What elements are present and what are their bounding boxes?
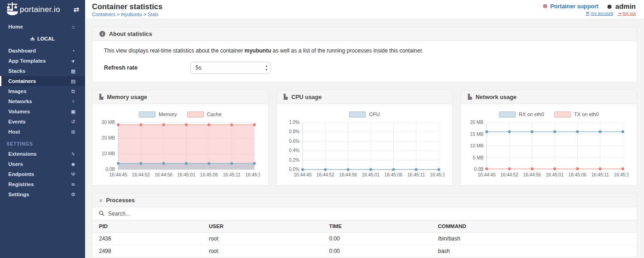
portainer-logo-icon	[6, 2, 19, 18]
sidebar-item-stacks[interactable]: Stacks▦	[0, 66, 85, 76]
page-title: Container statistics	[92, 2, 162, 11]
table-cell: 2498	[92, 245, 202, 258]
svg-text:16:44:52: 16:44:52	[500, 172, 518, 177]
svg-text:16:44:45: 16:44:45	[109, 172, 127, 177]
portainer-support-link[interactable]: ☸ Portainer support	[542, 3, 598, 10]
table-row: 2436root0:00/bin/bash	[92, 233, 637, 245]
processes-panel-title: Processes	[106, 197, 135, 204]
processes-panel: ≡ Processes PIDUSERTIMECOMMAND 2436root0…	[92, 193, 637, 258]
svg-text:30 MB: 30 MB	[102, 120, 115, 125]
network-panel-header: ▙ Network usage	[461, 90, 637, 104]
breadcrumb-separator: >	[115, 12, 121, 17]
sidebar-item-endpoints[interactable]: EndpointsΨ	[0, 169, 85, 179]
select-caret-icon: ▴▾	[265, 64, 267, 71]
endpoint-swap-icon[interactable]: ⇄	[73, 6, 79, 14]
svg-text:10 MB: 10 MB	[102, 151, 115, 156]
endpoints-icon: Ψ	[69, 171, 77, 177]
table-cell: 0:00	[322, 233, 431, 245]
my-account-link[interactable]: ⚒ my account	[586, 11, 613, 16]
about-text: This view displays real-time statistics …	[104, 47, 625, 54]
life-ring-icon: ☸	[542, 3, 548, 10]
svg-text:0.8%: 0.8%	[289, 129, 299, 134]
svg-text:0.0B: 0.0B	[105, 167, 115, 172]
svg-text:15 MB: 15 MB	[470, 132, 483, 137]
network-usage-svg: 20 MB15 MB10 MB5 MB0.0B16:44:4516:44:521…	[466, 119, 628, 182]
main-area: Container statistics Containers > myubun…	[85, 0, 644, 258]
search-row	[92, 207, 637, 220]
table-cell: bash	[431, 245, 637, 258]
host-icon: ⊞	[69, 129, 77, 135]
sidebar-item-events[interactable]: Events↺	[0, 117, 85, 127]
svg-text:0.0%: 0.0%	[289, 167, 299, 172]
memory-usage-chart: MemoryCache 30 MB20 MB10 MB0.0B16:44:451…	[92, 104, 268, 185]
registries-icon: ≋	[69, 182, 77, 188]
breadcrumb-link-containers[interactable]: Containers	[92, 12, 115, 17]
svg-text:0.4%: 0.4%	[289, 148, 299, 153]
table-cell: 0:00	[322, 245, 431, 258]
brand-name: portainer.io	[20, 5, 60, 14]
refresh-rate-select[interactable]: 5s ▴▾	[190, 62, 271, 74]
svg-text:16:45:11: 16:45:11	[592, 172, 610, 177]
volumes-icon: ▣	[69, 109, 77, 115]
svg-text:16:45:06: 16:45:06	[569, 172, 586, 177]
cpu-usage-chart: CPU 1.0%0.8%0.6%0.4%0.2%0.0%16:44:4516:4…	[277, 104, 453, 185]
cpu-chart-legend: CPU	[282, 110, 448, 119]
sidebar-item-users[interactable]: Users☻	[0, 159, 85, 169]
svg-text:16:44:45: 16:44:45	[478, 172, 496, 177]
app-root: portainer.io ⇄ Home⌂ΨLOCALDashboard◔App …	[0, 0, 644, 258]
area-chart-icon: ▙	[468, 94, 472, 100]
table-cell: 2436	[92, 233, 202, 245]
sidebar-item-host[interactable]: Host⊞	[0, 127, 85, 137]
sidebar-nav: Home⌂ΨLOCALDashboard◔App Templates➤Stack…	[0, 19, 85, 199]
svg-text:16:45:01: 16:45:01	[178, 172, 196, 177]
column-header-command: COMMAND	[431, 220, 637, 233]
search-input[interactable]	[108, 211, 630, 217]
svg-text:16:45:11: 16:45:11	[223, 172, 241, 177]
containers-icon: ▤	[69, 78, 77, 84]
table-cell: root	[202, 245, 322, 258]
svg-text:0.6%: 0.6%	[289, 139, 299, 144]
network-usage-chart: RX on eth0TX on eth0 20 MB15 MB10 MB5 MB…	[461, 104, 637, 185]
processes-panel-header: ≡ Processes	[92, 194, 637, 207]
sidebar-item-containers[interactable]: Containers▤	[0, 76, 85, 86]
svg-text:16:45:16: 16:45:16	[614, 172, 628, 177]
memory-usage-panel: ▙ Memory usage MemoryCache 30 MB20 MB10 …	[92, 90, 269, 186]
user-menu-button[interactable]: ☻ admin	[606, 2, 636, 10]
legend-swatch	[349, 111, 366, 117]
table-cell: /bin/bash	[431, 233, 637, 245]
breadcrumb-link-myubuntu[interactable]: myubuntu	[121, 12, 142, 17]
sidebar-item-home[interactable]: Home⌂	[0, 22, 85, 32]
table-header-row: PIDUSERTIMECOMMAND	[92, 220, 637, 233]
network-panel-title: Network usage	[476, 94, 517, 100]
title-block: Container statistics Containers > myubun…	[92, 2, 162, 19]
sidebar-item-app-templates[interactable]: App Templates➤	[0, 56, 85, 66]
sign-out-icon: ⇥	[618, 11, 621, 16]
dashboard-icon: ◔	[69, 48, 77, 53]
svg-text:16:44:52: 16:44:52	[132, 172, 150, 177]
sidebar-section-settings: SETTINGS	[0, 137, 85, 149]
sidebar-item-extensions[interactable]: Extensionsϟ	[0, 149, 85, 159]
svg-text:16:45:11: 16:45:11	[407, 172, 425, 177]
legend-swatch	[554, 111, 571, 117]
area-chart-icon: ▙	[284, 94, 288, 100]
stacks-icon: ▦	[69, 68, 77, 74]
sidebar-item-dashboard[interactable]: Dashboard◔	[0, 46, 85, 56]
sidebar-item-registries[interactable]: Registries≋	[0, 179, 85, 189]
svg-text:10 MB: 10 MB	[470, 143, 483, 148]
breadcrumb: Containers > myubuntu > Stats	[92, 12, 162, 17]
sidebar-item-networks[interactable]: Networks♆	[0, 96, 85, 106]
sidebar-item-volumes[interactable]: Volumes▣	[0, 106, 85, 117]
column-header-time: TIME	[322, 220, 431, 233]
about-statistics-panel: i About statistics This view displays re…	[92, 27, 637, 82]
table-body: 2436root0:00/bin/bash2498root0:00bash	[92, 233, 637, 258]
sidebar-item-images[interactable]: Images⧉	[0, 86, 85, 96]
home-icon: ⌂	[69, 24, 77, 29]
svg-text:16:45:06: 16:45:06	[385, 172, 402, 177]
log-out-link[interactable]: ⇥ log out	[618, 11, 636, 16]
sidebar-item-settings[interactable]: Settings⚙	[0, 189, 85, 199]
plug-icon: Ψ	[30, 36, 34, 41]
svg-text:16:44:56: 16:44:56	[155, 172, 172, 177]
network-usage-panel: ▙ Network usage RX on eth0TX on eth0 20 …	[460, 90, 637, 186]
svg-text:16:45:16: 16:45:16	[246, 172, 260, 177]
svg-text:16:44:56: 16:44:56	[523, 172, 541, 177]
